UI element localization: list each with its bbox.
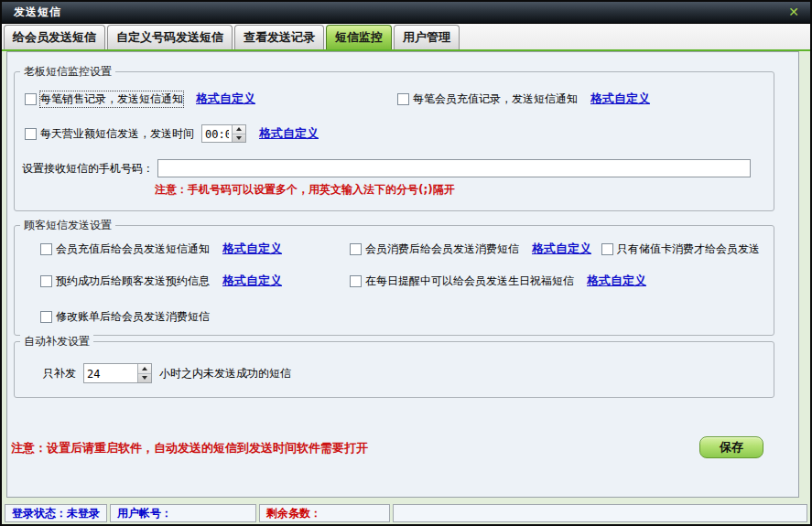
tab-view-send-records[interactable]: 查看发送记录 [234,25,324,49]
row-recharge-record: 每笔会员充值记录，发送短信通知 格式自定义 [397,90,650,108]
checkbox-stored-card-only[interactable] [601,243,613,255]
status-remaining-count: 剩余条数： [259,504,390,522]
row-resend: 只补发 小时之内未发送成功的短信 [43,364,291,382]
resend-hours-spin-buttons [137,364,151,382]
checkbox-appointment-label: 预约成功后给顾客发送预约信息 [56,274,210,289]
row-phone-number: 设置接收短信的手机号码： [22,159,768,177]
spin-up-icon[interactable] [233,125,245,134]
checkbox-modify-bill[interactable] [40,311,52,323]
tab-bar: 给会员发送短信 自定义号码发送短信 查看发送记录 短信监控 用户管理 [2,24,810,51]
format-link-daily[interactable]: 格式自定义 [259,125,319,142]
group-customer-sms-title: 顾客短信发送设置 [20,218,115,233]
spin-up-icon[interactable] [138,364,151,374]
restart-note-text: 注意：设置后请重启软件，自动发送的短信到发送时间软件需要打开 [11,440,368,456]
row-appointment: 预约成功后给顾客发送预约信息 格式自定义 [40,272,282,290]
format-link-sale[interactable]: 格式自定义 [196,91,255,107]
close-icon[interactable]: ✕ [788,5,799,19]
title-bar: 发送短信 ✕ [2,2,810,24]
row-sale-record: 每笔销售记录，发送短信通知 格式自定义 [25,90,255,108]
tab-send-to-members[interactable]: 给会员发送短信 [4,25,105,49]
phone-number-input[interactable] [157,159,751,177]
status-bar: 登录状态：未登录 用户帐号： 剩余条数： [2,503,810,524]
checkbox-modify-bill-label: 修改账单后给会员发送消费短信 [56,309,210,325]
main-area: 老板短信监控设置 每笔销售记录，发送短信通知 格式自定义 每笔会员充值记录，发送… [2,51,810,503]
save-button[interactable]: 保存 [699,436,763,458]
send-time-input[interactable] [202,125,232,142]
resend-hours-spinner [83,363,152,383]
status-empty-panel [393,504,807,522]
checkbox-recharge-notify[interactable] [40,243,52,255]
app-window: 发送短信 ✕ 给会员发送短信 自定义号码发送短信 查看发送记录 短信监控 用户管… [0,0,812,526]
resend-suffix-label: 小时之内未发送成功的短信 [159,366,291,381]
row-consume-notify: 会员消费后给会员发送消费短信 格式自定义 只有储值卡消费才给会员发送 [350,240,760,258]
row-daily-turnover: 每天营业额短信发送，发送时间 格式自定义 [25,124,319,143]
checkbox-consume-notify-label: 会员消费后给会员发送消费短信 [365,242,519,257]
group-boss-monitor: 老板短信监控设置 每笔销售记录，发送短信通知 格式自定义 每笔会员充值记录，发送… [14,71,774,211]
group-customer-sms: 顾客短信发送设置 会员充值后给会员发送短信通知 格式自定义 会员消费后给会员发送… [14,225,774,336]
send-time-spinner [201,124,246,143]
spin-down-icon[interactable] [138,374,151,383]
format-link-appointment[interactable]: 格式自定义 [222,273,282,289]
format-link-consume-notify[interactable]: 格式自定义 [532,241,591,257]
checkbox-consume-notify[interactable] [350,243,362,255]
checkbox-birthday-label: 在每日提醒中可以给会员发送生日祝福短信 [365,274,574,289]
checkbox-birthday[interactable] [350,275,362,287]
window-title: 发送短信 [14,5,61,20]
checkbox-daily-turnover[interactable] [25,128,37,140]
status-user-account: 用户帐号： [110,504,256,522]
checkbox-recharge-notify-label: 会员充值后给会员发送短信通知 [56,242,210,257]
checkbox-stored-card-only-label: 只有储值卡消费才给会员发送 [617,242,760,257]
tab-sms-monitor[interactable]: 短信监控 [326,25,392,49]
row-recharge-notify: 会员充值后给会员发送短信通知 格式自定义 [40,240,282,258]
checkbox-daily-turnover-label: 每天营业额短信发送，发送时间 [40,126,194,142]
row-birthday: 在每日提醒中可以给会员发送生日祝福短信 格式自定义 [350,272,646,290]
row-modify-bill: 修改账单后给会员发送消费短信 [40,307,210,326]
group-auto-resend: 自动补发设置 只补发 小时之内未发送成功的短信 [14,341,774,398]
format-link-birthday[interactable]: 格式自定义 [587,273,646,289]
checkbox-appointment[interactable] [40,275,52,287]
checkbox-recharge-record-label: 每笔会员充值记录，发送短信通知 [413,91,578,107]
checkbox-sale-record[interactable] [25,93,37,105]
tab-send-to-custom-numbers[interactable]: 自定义号码发送短信 [107,25,233,49]
format-link-recharge-notify[interactable]: 格式自定义 [222,241,282,257]
spin-down-icon[interactable] [233,134,245,143]
send-time-spin-buttons [232,125,245,142]
resend-hours-input[interactable] [84,364,137,382]
checkbox-sale-record-label: 每笔销售记录，发送短信通知 [40,91,183,107]
resend-prefix-label: 只补发 [43,366,76,381]
phone-number-label: 设置接收短信的手机号码： [22,161,154,177]
phone-note-text: 注意：手机号码可以设置多个，用英文输入法下的分号(;)隔开 [155,182,455,198]
checkbox-recharge-record[interactable] [397,93,409,105]
group-auto-resend-title: 自动补发设置 [20,334,93,349]
row-phone-note: 注意：手机号码可以设置多个，用英文输入法下的分号(;)隔开 [155,180,455,199]
status-login-state: 登录状态：未登录 [5,504,107,522]
group-boss-monitor-title: 老板短信监控设置 [20,64,115,80]
format-link-recharge[interactable]: 格式自定义 [590,91,650,107]
content-panel: 老板短信监控设置 每笔销售记录，发送短信通知 格式自定义 每笔会员充值记录，发送… [6,51,799,498]
tab-user-management[interactable]: 用户管理 [394,25,460,49]
